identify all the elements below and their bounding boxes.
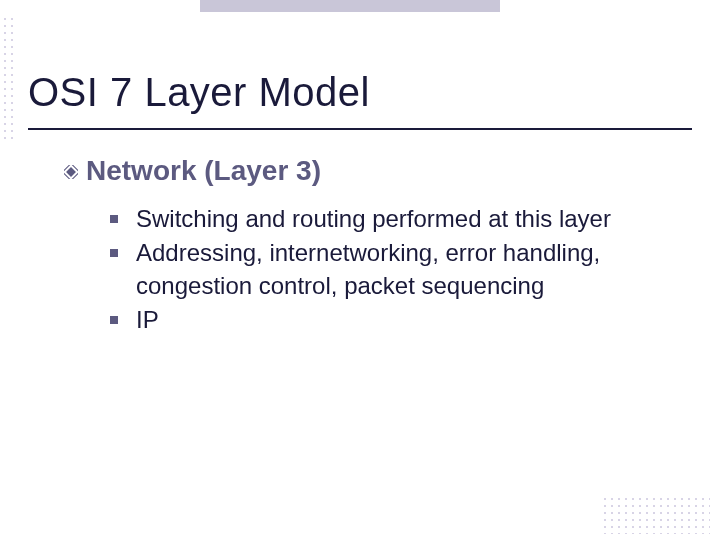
list-item: Switching and routing performed at this … (110, 203, 690, 235)
square-bullet-icon (110, 316, 118, 324)
slide-title: OSI 7 Layer Model (28, 70, 370, 115)
list-item-text: Addressing, internetworking, error handl… (136, 237, 676, 302)
square-bullet-icon (110, 249, 118, 257)
top-accent-bar (200, 0, 500, 12)
bottom-dot-pattern (600, 494, 710, 534)
title-underline (28, 128, 692, 130)
square-bullet-icon (110, 215, 118, 223)
diamond-bullet-icon (64, 165, 78, 179)
list-item-text: IP (136, 304, 159, 336)
list-item: Addressing, internetworking, error handl… (110, 237, 690, 302)
section-heading: Network (Layer 3) (86, 155, 321, 187)
svg-rect-0 (66, 167, 76, 177)
left-dot-pattern (0, 14, 18, 144)
content-area: Network (Layer 3) Switching and routing … (64, 155, 690, 339)
list-item-text: Switching and routing performed at this … (136, 203, 611, 235)
list-item: IP (110, 304, 690, 336)
bullet-list: Switching and routing performed at this … (110, 203, 690, 337)
heading-row: Network (Layer 3) (64, 155, 690, 187)
